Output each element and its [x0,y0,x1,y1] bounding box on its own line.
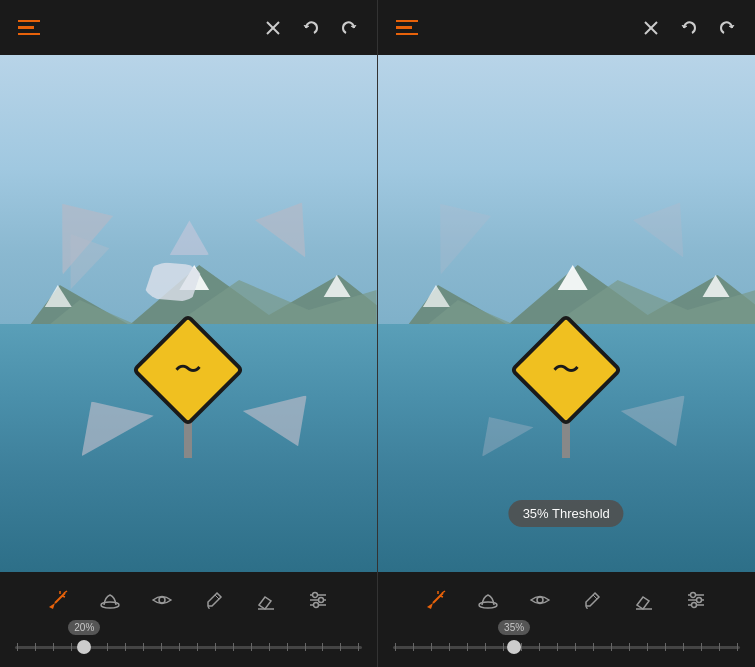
right-road-sign-diamond: 〜 [510,314,623,427]
left-slider-area[interactable]: 20% [0,627,377,667]
tick [197,643,198,651]
tick [215,643,216,651]
left-eye-button[interactable] [147,585,177,615]
right-hat-button[interactable] [473,585,503,615]
left-toolbar [0,572,377,627]
tick [539,643,540,651]
tick [629,643,630,651]
tick [449,643,450,651]
tick [593,643,594,651]
left-brush-button[interactable] [199,585,229,615]
left-scene: 〜 [0,55,377,572]
tick [557,643,558,651]
svg-point-20 [319,597,324,602]
svg-marker-30 [427,603,433,609]
left-sliders-button[interactable] [303,585,333,615]
svg-line-11 [62,596,65,597]
tick [503,643,504,651]
svg-point-13 [159,597,165,603]
tick [35,643,36,651]
tick [305,643,306,651]
road-sign-symbol: 〜 [174,356,202,384]
svg-point-35 [537,597,543,603]
left-slider-track[interactable]: 20% [15,646,362,649]
tick [431,643,432,651]
svg-line-7 [55,593,65,603]
tick [467,643,468,651]
left-eraser-button[interactable] [251,585,281,615]
tick [485,643,486,651]
svg-line-33 [440,596,443,597]
svg-line-32 [442,591,445,593]
right-menu-button[interactable] [396,20,418,36]
right-redo-button[interactable] [717,18,737,38]
right-sliders-button[interactable] [681,585,711,615]
left-panel: 〜 [0,0,378,667]
left-hat-button[interactable] [95,585,125,615]
left-slider-label: 20% [68,620,100,635]
svg-point-41 [691,592,696,597]
right-brush-button[interactable] [577,585,607,615]
tick [287,643,288,651]
right-eraser-button[interactable] [629,585,659,615]
tick [53,643,54,651]
tick [701,643,702,651]
left-redo-button[interactable] [339,18,359,38]
right-road-sign: 〜 [526,330,606,458]
left-header [0,0,377,55]
road-sign-diamond: 〜 [132,314,245,427]
tick [395,643,396,651]
tick [269,643,270,651]
svg-point-43 [692,602,697,607]
right-slider-thumb[interactable] [507,640,521,654]
tick [719,643,720,651]
right-magic-wand-button[interactable] [421,585,451,615]
tick [161,643,162,651]
right-panel: 〜 35% Threshold [378,0,756,667]
svg-point-19 [313,592,318,597]
tick [107,643,108,651]
tick [143,643,144,651]
left-slider-thumb-group: 20% [77,640,91,654]
svg-point-42 [697,597,702,602]
svg-line-36 [593,595,597,599]
svg-line-10 [64,591,67,593]
tick [340,643,341,651]
left-image-area: 〜 [0,55,377,572]
right-slider-label: 35% [498,620,530,635]
tick [17,643,18,651]
tick [737,643,738,651]
threshold-badge: 35% Threshold [509,500,624,527]
left-menu-button[interactable] [18,20,40,36]
right-toolbar [378,572,756,627]
tick [683,643,684,651]
svg-point-21 [314,602,319,607]
right-close-button[interactable] [641,18,661,38]
tick [665,643,666,651]
tick [71,643,72,651]
tick [647,643,648,651]
left-slider-thumb[interactable] [77,640,91,654]
svg-marker-8 [49,603,55,609]
left-undo-button[interactable] [301,18,321,38]
tick [179,643,180,651]
right-undo-button[interactable] [679,18,699,38]
right-eye-button[interactable] [525,585,555,615]
svg-line-29 [433,593,443,603]
tick [125,643,126,651]
right-slider-track[interactable]: 35% [393,646,741,649]
tick [358,643,359,651]
left-close-button[interactable] [263,18,283,38]
right-slider-thumb-group: 35% [507,640,521,654]
tick [322,643,323,651]
right-scene: 〜 35% Threshold [378,55,756,572]
tick [233,643,234,651]
tick [611,643,612,651]
tick [575,643,576,651]
right-road-sign-symbol: 〜 [552,356,580,384]
svg-line-14 [215,595,219,599]
right-slider-area[interactable]: 35% [378,627,756,667]
tick [251,643,252,651]
left-magic-wand-button[interactable] [43,585,73,615]
tick [413,643,414,651]
